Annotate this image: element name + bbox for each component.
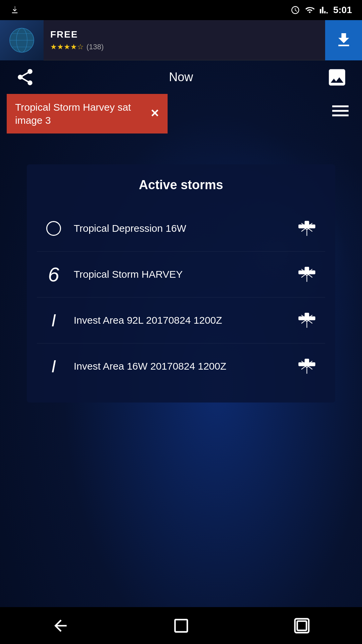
satellite-icon-2 [296, 310, 318, 331]
ad-stars-display: ★★★★☆ [50, 43, 84, 51]
ad-review-count: (138) [86, 43, 104, 51]
storm-item[interactable]: 6 Tropical Storm HARVEY [37, 252, 325, 298]
ad-download-button[interactable] [325, 20, 362, 60]
share-button[interactable] [13, 65, 37, 89]
status-bar: 5:01 [0, 0, 362, 20]
image-button[interactable] [325, 65, 349, 89]
satellite-icon-3 [296, 356, 318, 377]
satellite-button-0[interactable] [293, 215, 320, 242]
svg-rect-33 [175, 620, 187, 632]
panel-title: Active storms [37, 178, 325, 192]
ad-content: FREE ★★★★☆ (138) [44, 24, 325, 56]
storm-name: Tropical Storm HARVEY [74, 269, 285, 280]
satellite-button-3[interactable] [293, 353, 320, 380]
status-time: 5:01 [333, 5, 352, 15]
satellite-icon-0 [296, 218, 318, 239]
storm-name: Invest Area 92L 20170824 1200Z [74, 315, 285, 326]
ad-globe-icon [8, 27, 35, 54]
tag-label[interactable]: Tropical Storm Harvey sat image 3 ✕ [7, 94, 168, 133]
storm-symbol-16w: I [42, 355, 65, 378]
download-status-icon [10, 5, 19, 15]
recent-nav-button[interactable] [282, 607, 322, 644]
ad-thumbnail [0, 20, 44, 60]
recent-nav-icon [293, 616, 311, 635]
satellite-button-1[interactable] [293, 261, 320, 288]
menu-icon [329, 100, 351, 122]
status-bar-right: 5:01 [291, 5, 352, 15]
tag-text: Tropical Storm Harvey sat image 3 [15, 101, 143, 127]
storm-item[interactable]: I Invest Area 16W 20170824 1200Z [37, 343, 325, 389]
toolbar-now-label: Now [169, 70, 193, 84]
storm-name: Invest Area 16W 20170824 1200Z [74, 361, 285, 372]
storm-italic-symbol: I [51, 310, 56, 330]
ad-download-icon [335, 31, 353, 49]
storm-symbol-depression [42, 217, 65, 240]
back-nav-button[interactable] [40, 607, 80, 644]
storm-name: Tropical Depression 16W [74, 223, 285, 234]
alarm-status-icon [291, 5, 300, 15]
back-nav-icon [51, 616, 70, 635]
ad-banner[interactable]: FREE ★★★★☆ (138) [0, 20, 362, 60]
home-nav-icon [172, 616, 190, 635]
share-icon [15, 67, 35, 87]
ad-rating: ★★★★☆ (138) [50, 43, 318, 51]
signal-status-icon [319, 5, 328, 15]
svg-rect-35 [297, 621, 306, 630]
storm-number: 6 [48, 263, 59, 286]
storm-italic-symbol: I [51, 356, 56, 376]
wifi-status-icon [305, 5, 314, 15]
image-icon [326, 66, 348, 88]
satellite-button-2[interactable] [293, 307, 320, 334]
home-nav-button[interactable] [161, 607, 201, 644]
active-storms-panel: Active storms Tropical Depression 16W 6 … [27, 164, 335, 402]
storm-item[interactable]: I Invest Area 92L 20170824 1200Z [37, 298, 325, 343]
ad-free-label: FREE [50, 29, 318, 40]
storm-symbol-92l: I [42, 309, 65, 332]
storm-symbol-harvey: 6 [42, 263, 65, 286]
menu-button[interactable] [328, 99, 352, 122]
tag-close-button[interactable]: ✕ [150, 107, 159, 121]
toolbar: Now [0, 60, 362, 94]
satellite-icon-1 [296, 264, 318, 285]
nav-bar [0, 607, 362, 644]
storm-item[interactable]: Tropical Depression 16W [37, 206, 325, 252]
status-bar-left [10, 5, 19, 15]
